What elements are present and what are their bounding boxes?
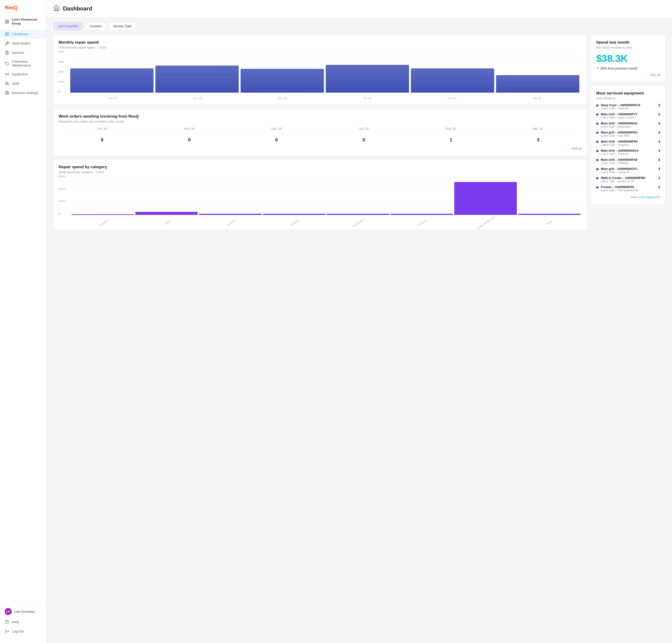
wo-value-nov19: 0 (146, 135, 233, 144)
most-serviced-card: Most serviced equipment (Top 10 items) D… (591, 86, 665, 204)
wo-value-feb20: 1 (407, 135, 495, 144)
work-orders-icon (5, 41, 9, 46)
bar-nov19 (155, 53, 239, 93)
down-arrow-icon: ▼ (596, 67, 599, 70)
eq-dot-icon (596, 186, 599, 189)
wo-header-row: Oct '19 Nov '19 Dec '19 Jan '20 Feb '20 … (59, 127, 582, 133)
bar-feb20 (411, 53, 494, 93)
x-label-mar20: Mar '20 (494, 97, 579, 100)
spend-label: Spend last month (596, 40, 660, 45)
sidebar-item-business-settings[interactable]: Business Settings (0, 88, 46, 98)
x-label-jan20: Jan '20 (325, 97, 410, 100)
sidebar-item-logout[interactable]: Log Out (0, 627, 46, 636)
sidebar-item-staff[interactable]: Staff (0, 79, 46, 88)
staff-icon (5, 81, 9, 86)
org-icon (5, 19, 9, 24)
sidebar-item-work-orders[interactable]: Work Orders (0, 39, 46, 48)
eq-name: Main grill – A0000000FKK (601, 131, 656, 134)
x-label-oct19: Oct '19 (70, 97, 155, 100)
eq-info: Main Grill – A0000000F5H Lola's Cafe – V… (601, 140, 656, 146)
help-icon (5, 620, 9, 624)
user-section[interactable]: LF Lola Fernandez (0, 606, 46, 617)
filter-last6months[interactable]: Last 6 months (53, 22, 83, 30)
logout-label: Log Out (12, 630, 24, 633)
x-labels: Oct '19 Nov '19 Dec '19 Jan '20 Feb '20 … (68, 97, 582, 100)
eq-location: Lola's Cafe – York Mills (601, 134, 656, 137)
svg-rect-2 (5, 22, 7, 23)
eq-info: Main Grill – A0000000FY1 Lola's Cafe – U… (601, 112, 656, 119)
work-orders-card: Work orders awaiting invoicing from ResQ… (53, 109, 587, 156)
view-more-equipment-link[interactable]: View more equipment (596, 195, 660, 199)
category-title: Repair spend by category (59, 165, 582, 169)
eq-count: 4 (658, 149, 660, 153)
sidebar-item-invoices[interactable]: Invoices (0, 48, 46, 57)
monthly-repair-subtitle: (Total monthly repair spend – CAD) (59, 46, 582, 49)
spend-change: ▼ 28% from previous month (596, 66, 660, 70)
x-label-feb20: Feb '20 (410, 97, 495, 100)
wo-value-jan20: 0 (320, 135, 407, 144)
wo-view-all-link[interactable]: View all (59, 147, 582, 150)
filter-location[interactable]: Location (85, 22, 106, 30)
business-settings-icon (5, 90, 9, 95)
eq-count: 2 (658, 176, 660, 180)
eq-info: Main Grill – A0000000GU4 Lola's Cafe – D… (601, 149, 656, 156)
sidebar-item-equipment[interactable]: Equipment (0, 70, 46, 79)
filters-bar: Last 6 months Location Service Type (53, 22, 665, 30)
monthly-repair-chart: $80K $60K $40K $20K $0 (59, 53, 582, 100)
dashboard-label: Dashboard (12, 32, 28, 36)
list-item: Freezer – A0000000F82 Lola's Cafe – The … (596, 185, 660, 192)
wo-header-jan20: Jan '20 (320, 127, 407, 131)
logo: ResQ (0, 5, 46, 15)
svg-rect-6 (5, 34, 7, 35)
eq-location: Lola's Cafe – Queen St. W (601, 180, 656, 183)
page-title: Dashboard (63, 5, 92, 12)
spend-view-all-link[interactable]: View all (596, 73, 660, 76)
eq-dot-icon (596, 104, 599, 107)
cat-x-labels: Equipment HVAC Electrical Plumbing Refri… (70, 221, 582, 224)
eq-name: Main Grill – A0000000FA8 (601, 158, 656, 161)
eq-info: Main grill – A0000000CFC Lola's Cafe – Y… (601, 167, 656, 174)
eq-location: Lola's Cafe – Vaughan (601, 143, 656, 146)
eq-location: Lola's Cafe – Upper James (601, 116, 656, 119)
invoices-icon (5, 50, 9, 55)
cat-bar-other (518, 178, 581, 215)
eq-dot-icon (596, 159, 599, 161)
eq-location: Lola's Cafe – Hurontario (601, 125, 656, 128)
list-item: Main Grill – A0000000FY1 Lola's Cafe – U… (596, 112, 660, 119)
bar-oct19 (70, 53, 154, 93)
list-item: Main grill – A0000000CFC Lola's Cafe – Y… (596, 167, 660, 174)
preventive-maintenance-icon (5, 61, 9, 66)
sidebar-item-help[interactable]: Help (0, 617, 46, 627)
svg-rect-0 (5, 20, 7, 21)
sidebar: ResQ Lola's Restaurant Group Dashboard W… (0, 0, 47, 643)
wo-view-all-container: View all (59, 147, 582, 150)
eq-dot-icon (596, 122, 599, 125)
eq-dot-icon (596, 141, 599, 143)
list-item: Main Grill – A0000000D4J Lola's Cafe – H… (596, 122, 660, 128)
wo-value-oct19: 0 (59, 135, 146, 144)
eq-location: Lola's Cafe – Danforth (601, 107, 656, 110)
list-item: Main Grill – A0000000GU4 Lola's Cafe – D… (596, 149, 660, 156)
eq-info: Deep Fryer – A0000000GU3 Lola's Cafe – D… (601, 104, 656, 110)
spend-change-text: 28% from previous month (600, 66, 638, 70)
svg-rect-1 (8, 20, 9, 21)
eq-dot-icon (596, 177, 599, 179)
eq-dot-icon (596, 168, 599, 170)
eq-name: Main Grill – A0000000FY1 (601, 112, 656, 116)
filter-service-type[interactable]: Service Type (108, 22, 136, 30)
sidebar-item-preventive-maintenance[interactable]: Preventive Maintenance (0, 57, 46, 70)
category-spend-card: Repair spend by category (Total spend pe… (53, 159, 587, 230)
wo-header-nov19: Nov '19 (146, 127, 233, 131)
x-label-dec19: Dec '19 (240, 97, 325, 100)
wo-data-row: 0 0 0 0 1 3 (59, 135, 582, 144)
spend-last-month-card: Spend last month Mar 2020, invoiced to d… (591, 35, 665, 82)
list-item: Main Grill – A0000000FA8 Lola's Cafe – A… (596, 158, 660, 165)
work-orders-subtitle: (Disputed work orders are included in th… (59, 120, 582, 123)
sidebar-item-dashboard[interactable]: Dashboard (0, 29, 46, 39)
page-header: Dashboard (47, 0, 672, 17)
main-content: Last 6 months Location Service Type Mont… (47, 17, 672, 643)
eq-location: Lola's Cafe – Adelaide (601, 161, 656, 165)
wo-value-mar20: 3 (494, 135, 582, 144)
svg-point-12 (7, 93, 8, 94)
list-item: Walk In Cooler – A0000000FRN Lola's Cafe… (596, 176, 660, 183)
